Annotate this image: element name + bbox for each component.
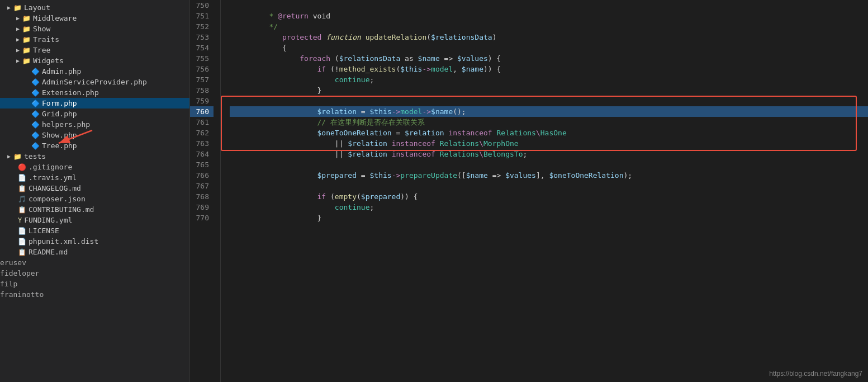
php-icon: 🔷: [31, 68, 40, 76]
sidebar-item-label: composer.json: [29, 195, 189, 203]
sidebar-item-label: Tree.php: [42, 142, 189, 150]
php-icon: 🔷: [31, 131, 40, 139]
chevron-icon: [13, 26, 22, 32]
code-line: if (empty($prepared)) {: [230, 181, 868, 191]
sidebar-item-form-php[interactable]: 🔷 Form.php: [0, 98, 189, 109]
file-tree[interactable]: 📁 Layout 📁 Middleware 📁 Show 📁 Traits 📁 …: [0, 0, 190, 382]
line-number: 758: [190, 85, 214, 96]
line-number: 765: [190, 159, 214, 170]
line-number: 753: [190, 32, 214, 43]
sidebar-item-show[interactable]: 📁 Show: [0, 23, 189, 34]
sidebar-item-label: Widgets: [33, 56, 189, 65]
sidebar-item-label: Admin.php: [42, 67, 189, 76]
sidebar-item-phpunit[interactable]: 📄 phpunit.xml.dist: [0, 236, 189, 247]
sidebar-item-layout[interactable]: 📁 Layout: [0, 2, 189, 13]
sidebar-item-grid-php[interactable]: 🔷 Grid.php: [0, 109, 189, 119]
sidebar-item-label: Layout: [24, 3, 189, 12]
yaml-icon: 📄: [18, 174, 26, 182]
yml-icon: Y: [18, 216, 22, 224]
chevron-icon: [13, 47, 22, 53]
code-line: [230, 85, 868, 96]
code-line: $prepared = $this->prepareUpdate([$name …: [230, 159, 868, 170]
sidebar-item-adminserviceprovider[interactable]: 🔷 AdminServiceProvider.php: [0, 77, 189, 87]
sidebar-item-franinotto[interactable]: franinotto: [0, 289, 189, 300]
sidebar-item-label: Show.php: [42, 131, 189, 139]
sidebar-item-traits[interactable]: 📁 Traits: [0, 34, 189, 45]
xml-icon: 📄: [18, 238, 26, 246]
line-number: 761: [190, 117, 214, 128]
sidebar-item-composer[interactable]: 🎵 composer.json: [0, 194, 189, 204]
sidebar-item-label: CONTRIBUTING.md: [29, 205, 189, 214]
sidebar-item-label: CHANGELOG.md: [29, 184, 189, 192]
code-line: $relation = $this->model->$name();: [230, 96, 868, 106]
folder-icon: 📁: [22, 46, 31, 54]
sidebar-item-extension-php[interactable]: 🔷 Extension.php: [0, 87, 189, 98]
sidebar-item-label: phpunit.xml.dist: [29, 237, 189, 246]
line-number: 764: [190, 149, 214, 159]
sidebar-item-helpers-php[interactable]: 🔷 helpers.php: [0, 119, 189, 130]
chevron-icon: [4, 4, 13, 11]
code-editor: 750 751 752 753 754 755 756 757 758 759 …: [190, 0, 868, 382]
line-number: 757: [190, 74, 214, 85]
chevron-icon: [4, 153, 13, 159]
line-number: 766: [190, 170, 214, 181]
sidebar-item-gitignore[interactable]: 🔴 .gitignore: [0, 162, 189, 172]
sidebar-item-filp[interactable]: filp: [0, 279, 189, 289]
line-number-active: 760: [190, 106, 214, 117]
sidebar-item-tree[interactable]: 📁 Tree: [0, 45, 189, 55]
folder-icon: 📁: [22, 57, 31, 65]
sidebar-item-label: FUNDING.yml: [24, 216, 189, 224]
php-icon: 🔷: [31, 142, 40, 150]
sidebar-item-label: Traits: [33, 35, 189, 44]
license-icon: 📄: [18, 227, 26, 235]
folder-icon: 📁: [13, 4, 22, 12]
php-icon: 🔷: [31, 100, 40, 107]
line-number: 763: [190, 138, 214, 149]
sidebar-item-funding[interactable]: Y FUNDING.yml: [0, 215, 189, 225]
sidebar-item-label: Show: [33, 25, 189, 33]
code-line: protected function updateRelation($relat…: [230, 21, 868, 32]
sidebar-item-readme[interactable]: 📋 README.md: [0, 247, 189, 257]
sidebar-item-label: franinotto: [0, 290, 189, 299]
sidebar-item-show-php[interactable]: 🔷 Show.php: [0, 130, 189, 140]
code-content: * @return void */ protected function upd…: [221, 0, 868, 382]
sidebar-item-label: Grid.php: [42, 110, 189, 118]
line-number: 768: [190, 191, 214, 202]
sidebar-item-label: Form.php: [42, 99, 189, 107]
sidebar-item-label: tests: [24, 152, 189, 161]
line-number: 756: [190, 64, 214, 74]
sidebar-item-contributing[interactable]: 📋 CONTRIBUTING.md: [0, 204, 189, 215]
chevron-icon: [13, 58, 22, 64]
php-icon: 🔷: [31, 110, 40, 118]
folder-icon: 📁: [13, 153, 22, 161]
sidebar-item-label: filp: [0, 280, 189, 288]
md-icon: 📋: [18, 248, 26, 256]
folder-icon: 📁: [22, 25, 31, 33]
sidebar-item-fideloper[interactable]: fideloper: [0, 268, 189, 279]
line-number: 755: [190, 53, 214, 64]
sidebar-item-admin-php[interactable]: 🔷 Admin.php: [0, 66, 189, 77]
sidebar-item-label: README.md: [29, 248, 189, 256]
sidebar-item-changelog[interactable]: 📋 CHANGELOG.md: [0, 183, 189, 194]
sidebar-item-label: LICENSE: [29, 227, 189, 235]
sidebar-item-widgets[interactable]: 📁 Widgets: [0, 55, 189, 66]
sidebar-item-label: helpers.php: [42, 120, 189, 129]
line-number: 769: [190, 202, 214, 213]
folder-icon: 📁: [22, 36, 31, 44]
sidebar-item-middleware[interactable]: 📁 Middleware: [0, 13, 189, 23]
php-icon: 🔷: [31, 78, 40, 86]
sidebar-item-label: .travis.yml: [29, 173, 189, 182]
sidebar-item-travis[interactable]: 📄 .travis.yml: [0, 172, 189, 183]
line-number: 759: [190, 96, 214, 106]
line-number: 752: [190, 21, 214, 32]
sidebar-item-label: Middleware: [33, 14, 189, 22]
folder-icon: 📁: [22, 15, 31, 22]
sidebar-item-tests[interactable]: 📁 tests: [0, 151, 189, 162]
sidebar-item-tree-php[interactable]: 🔷 Tree.php: [0, 140, 189, 151]
code-line: * @return void: [230, 0, 868, 11]
sidebar-item-license[interactable]: 📄 LICENSE: [0, 225, 189, 236]
code-line: foreach ($relationsData as $name => $val…: [230, 43, 868, 53]
sidebar-item-erusev[interactable]: erusev: [0, 257, 189, 268]
php-icon: 🔷: [31, 121, 40, 129]
watermark: https://blog.csdn.net/fangkang7: [769, 370, 862, 378]
